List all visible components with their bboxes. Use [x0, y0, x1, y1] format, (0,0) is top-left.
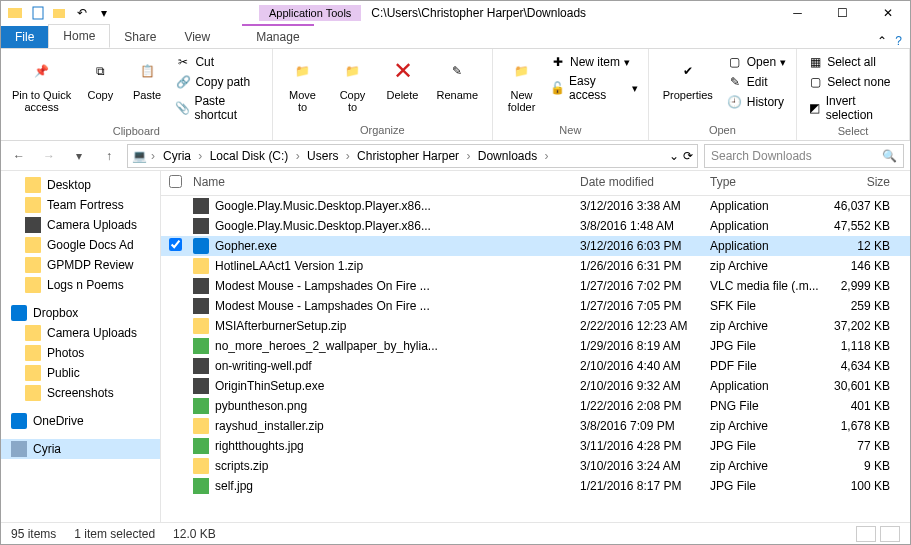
tree-item[interactable]: Team Fortress — [1, 195, 160, 215]
history-button[interactable]: 🕘History — [725, 93, 788, 111]
file-row[interactable]: HotlineLAAct1 Version 1.zip 1/26/2016 6:… — [161, 256, 910, 276]
moveto-icon: 📁 — [287, 55, 319, 87]
maximize-button[interactable]: ☐ — [820, 1, 865, 25]
tree-item[interactable]: Desktop — [1, 175, 160, 195]
tab-share[interactable]: Share — [110, 26, 170, 48]
file-size: 2,999 KB — [830, 279, 910, 293]
address-bar[interactable]: 💻 › Cyria › Local Disk (C:) › Users › Ch… — [127, 144, 698, 168]
copypath-button[interactable]: 🔗Copy path — [173, 73, 263, 91]
easyaccess-button[interactable]: 🔓Easy access ▾ — [548, 73, 640, 103]
tree-item[interactable]: Camera Uploads — [1, 215, 160, 235]
file-row[interactable]: pybuntheson.png 1/22/2016 2:08 PM PNG Fi… — [161, 396, 910, 416]
tree-dropbox[interactable]: Dropbox — [1, 303, 160, 323]
file-name: HotlineLAAct1 Version 1.zip — [215, 259, 363, 273]
file-name: Google.Play.Music.Desktop.Player.x86... — [215, 199, 431, 213]
selectnone-button[interactable]: ▢Select none — [805, 73, 901, 91]
moveto-button[interactable]: 📁Move to — [281, 53, 325, 115]
file-date: 3/12/2016 3:38 AM — [580, 199, 710, 213]
tab-manage[interactable]: Manage — [242, 24, 313, 48]
file-size: 12 KB — [830, 239, 910, 253]
view-details-button[interactable] — [856, 526, 876, 542]
file-name: OriginThinSetup.exe — [215, 379, 324, 393]
breadcrumb[interactable]: Local Disk (C:) — [206, 149, 293, 163]
tree-item[interactable]: Photos — [1, 343, 160, 363]
nav-tree[interactable]: DesktopTeam FortressCamera UploadsGoogle… — [1, 171, 161, 522]
nav-up-button[interactable]: ↑ — [97, 144, 121, 168]
newfolder-button[interactable]: 📁New folder — [501, 53, 542, 115]
file-row[interactable]: rayshud_installer.zip 3/8/2016 7:09 PM z… — [161, 416, 910, 436]
qat-customize-icon[interactable]: ▾ — [95, 4, 113, 22]
copy-button[interactable]: ⧉ Copy — [80, 53, 121, 103]
copyto-button[interactable]: 📁Copy to — [331, 53, 375, 115]
file-row[interactable]: self.jpg 1/21/2016 8:17 PM JPG File 100 … — [161, 476, 910, 496]
close-button[interactable]: ✕ — [865, 1, 910, 25]
minimize-button[interactable]: ─ — [775, 1, 820, 25]
col-size[interactable]: Size — [830, 175, 910, 191]
pasteshortcut-button[interactable]: 📎Paste shortcut — [173, 93, 263, 123]
breadcrumb[interactable]: Downloads — [474, 149, 541, 163]
row-checkbox[interactable] — [169, 238, 182, 251]
status-count: 95 items — [11, 527, 56, 541]
file-row[interactable]: no_more_heroes_2_wallpaper_by_hylia... 1… — [161, 336, 910, 356]
tree-item[interactable]: Camera Uploads — [1, 323, 160, 343]
tree-item[interactable]: Screenshots — [1, 383, 160, 403]
breadcrumb[interactable]: Cyria — [159, 149, 195, 163]
tree-item[interactable]: GPMDP Review — [1, 255, 160, 275]
dropbox-icon — [11, 305, 27, 321]
file-row[interactable]: Google.Play.Music.Desktop.Player.x86... … — [161, 216, 910, 236]
addr-dropdown-icon[interactable]: ⌄ — [669, 149, 679, 163]
nav-forward-button[interactable]: → — [37, 144, 61, 168]
properties-button[interactable]: ✔Properties — [657, 53, 719, 103]
cut-button[interactable]: ✂Cut — [173, 53, 263, 71]
file-name: rayshud_installer.zip — [215, 419, 324, 433]
tree-onedrive[interactable]: OneDrive — [1, 411, 160, 431]
folder-icon — [25, 177, 41, 193]
col-name[interactable]: Name — [189, 175, 580, 191]
nav-back-button[interactable]: ← — [7, 144, 31, 168]
file-type: JPG File — [710, 339, 830, 353]
file-row[interactable]: Gopher.exe 3/12/2016 6:03 PM Application… — [161, 236, 910, 256]
qat-newfolder-icon[interactable] — [51, 4, 69, 22]
delete-button[interactable]: ✕Delete — [381, 53, 425, 103]
qat-properties-icon[interactable] — [29, 4, 47, 22]
file-row[interactable]: Modest Mouse - Lampshades On Fire ... 1/… — [161, 296, 910, 316]
folder-icon — [25, 237, 41, 253]
nav-recent-button[interactable]: ▾ — [67, 144, 91, 168]
help-icon[interactable]: ? — [895, 34, 902, 48]
tree-item[interactable]: Public — [1, 363, 160, 383]
qat-undo-icon[interactable]: ↶ — [73, 4, 91, 22]
refresh-button[interactable]: ⟳ — [683, 149, 693, 163]
tree-item[interactable]: Logs n Poems — [1, 275, 160, 295]
tab-file[interactable]: File — [1, 26, 48, 48]
breadcrumb[interactable]: Users — [303, 149, 342, 163]
header-checkbox[interactable] — [169, 175, 182, 188]
file-row[interactable]: Google.Play.Music.Desktop.Player.x86... … — [161, 196, 910, 216]
file-row[interactable]: Modest Mouse - Lampshades On Fire ... 1/… — [161, 276, 910, 296]
rename-button[interactable]: ✎Rename — [431, 53, 485, 103]
paste-button[interactable]: 📋 Paste — [127, 53, 168, 103]
file-row[interactable]: scripts.zip 3/10/2016 3:24 AM zip Archiv… — [161, 456, 910, 476]
edit-button[interactable]: ✎Edit — [725, 73, 788, 91]
tree-thispc[interactable]: Cyria — [1, 439, 160, 459]
tab-home[interactable]: Home — [48, 24, 110, 48]
selectall-button[interactable]: ▦Select all — [805, 53, 901, 71]
file-name: scripts.zip — [215, 459, 268, 473]
ribbon-collapse-icon[interactable]: ⌃ — [877, 34, 887, 48]
view-large-button[interactable] — [880, 526, 900, 542]
file-type: PNG File — [710, 399, 830, 413]
file-row[interactable]: rightthoughts.jpg 3/11/2016 4:28 PM JPG … — [161, 436, 910, 456]
invert-button[interactable]: ◩Invert selection — [805, 93, 901, 123]
status-size: 12.0 KB — [173, 527, 216, 541]
file-row[interactable]: MSIAfterburnerSetup.zip 2/22/2016 12:23 … — [161, 316, 910, 336]
pin-quick-access-button[interactable]: 📌 Pin to Quick access — [9, 53, 74, 115]
search-input[interactable]: Search Downloads 🔍 — [704, 144, 904, 168]
col-date[interactable]: Date modified — [580, 175, 710, 191]
breadcrumb[interactable]: Christopher Harper — [353, 149, 463, 163]
open-button[interactable]: ▢Open ▾ — [725, 53, 788, 71]
file-row[interactable]: on-writing-well.pdf 2/10/2016 4:40 AM PD… — [161, 356, 910, 376]
col-type[interactable]: Type — [710, 175, 830, 191]
tree-item[interactable]: Google Docs Ad — [1, 235, 160, 255]
tab-view[interactable]: View — [170, 26, 224, 48]
file-row[interactable]: OriginThinSetup.exe 2/10/2016 9:32 AM Ap… — [161, 376, 910, 396]
newitem-button[interactable]: ✚New item ▾ — [548, 53, 640, 71]
